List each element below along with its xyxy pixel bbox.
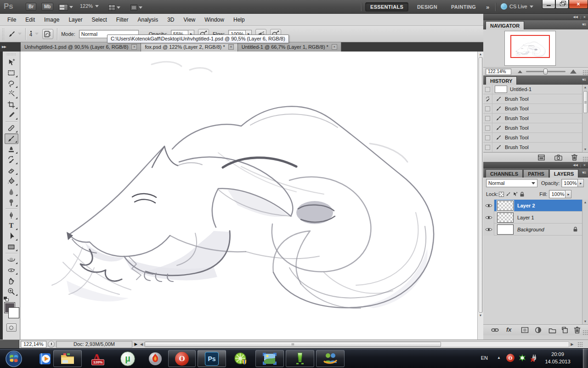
tool-lasso[interactable] bbox=[5, 78, 18, 89]
lock-paint-icon[interactable] bbox=[505, 191, 512, 197]
tool-clone-stamp[interactable] bbox=[5, 144, 18, 155]
menu-image[interactable]: Image bbox=[40, 15, 64, 25]
history-scrollbar[interactable]: ▲ ▼ bbox=[582, 85, 588, 152]
workspace-overflow-button[interactable]: » bbox=[481, 2, 494, 12]
restore-button[interactable] bbox=[555, 0, 569, 9]
document-tab-1[interactable]: Unhvhgtitled-1.psd @ 90,5% (Layer 6, RGB… bbox=[21, 42, 141, 52]
new-snapshot-icon[interactable] bbox=[554, 154, 562, 161]
zoom-in-icon[interactable] bbox=[570, 69, 577, 74]
zoom-out-icon[interactable] bbox=[518, 70, 522, 73]
scroll-down-icon[interactable]: ▼ bbox=[584, 147, 587, 152]
tool-3d-orbit[interactable] bbox=[5, 265, 18, 276]
close-tab-icon[interactable]: × bbox=[131, 44, 137, 50]
vertical-scroll-thumb[interactable] bbox=[479, 57, 483, 313]
taskbar-image-viewer[interactable] bbox=[255, 350, 284, 367]
layer-visibility-toggle[interactable] bbox=[483, 212, 494, 224]
tray-opera-icon[interactable]: O bbox=[506, 354, 514, 362]
tool-rectangular-marquee[interactable] bbox=[5, 68, 18, 78]
status-zoom-field[interactable]: 122,14% bbox=[21, 341, 46, 348]
layer-blend-mode-select[interactable]: Normal bbox=[486, 179, 537, 187]
tool-history-brush[interactable] bbox=[5, 155, 18, 165]
layer-opacity-control[interactable]: 100%▸ bbox=[561, 179, 584, 187]
add-layer-mask-icon[interactable] bbox=[521, 327, 529, 334]
lock-all-icon[interactable] bbox=[519, 191, 526, 197]
fill-spinner[interactable]: ▸ bbox=[565, 190, 571, 198]
document-canvas[interactable] bbox=[21, 52, 477, 339]
tool-hand[interactable] bbox=[5, 276, 18, 286]
taskbar-qip[interactable] bbox=[286, 350, 314, 367]
toolbar-collapse-button[interactable]: ▶▶ bbox=[0, 42, 9, 52]
menu-select[interactable]: Select bbox=[87, 15, 111, 25]
taskbar-limewire[interactable] bbox=[228, 350, 254, 367]
layer-row-layer1[interactable]: Layer 1 bbox=[483, 212, 588, 224]
navigator-zoom-slider[interactable] bbox=[526, 71, 565, 72]
menu-edit[interactable]: Edit bbox=[21, 15, 40, 25]
history-source-cell[interactable] bbox=[483, 85, 492, 94]
close-tab-icon[interactable]: × bbox=[332, 44, 337, 50]
tray-qip-icon[interactable] bbox=[518, 354, 526, 362]
tool-zoom[interactable] bbox=[5, 286, 18, 297]
tool-quick-selection[interactable] bbox=[5, 89, 18, 99]
menu-3d[interactable]: 3D bbox=[163, 15, 179, 25]
navigator-view-box[interactable] bbox=[510, 35, 550, 58]
taskbar-clock[interactable]: 20:09 14.05.2013 bbox=[541, 351, 574, 365]
toggle-brush-panel-button[interactable] bbox=[42, 29, 53, 39]
close-button[interactable]: × bbox=[569, 0, 588, 9]
tool-blur[interactable] bbox=[5, 186, 18, 197]
show-desktop-button[interactable] bbox=[583, 349, 588, 368]
history-source-cell[interactable] bbox=[483, 94, 492, 104]
adjustment-layer-icon[interactable] bbox=[535, 327, 542, 334]
minimize-button[interactable] bbox=[542, 0, 555, 9]
new-group-icon[interactable] bbox=[548, 327, 556, 334]
taskbar-acdsee[interactable]: A 120% bbox=[86, 350, 112, 367]
history-source-cell[interactable] bbox=[483, 104, 492, 114]
workspace-design[interactable]: DESIGN bbox=[413, 2, 442, 12]
slider-thumb[interactable] bbox=[543, 69, 548, 75]
tool-3d-rotate[interactable] bbox=[5, 254, 18, 265]
layer-visibility-toggle[interactable] bbox=[483, 200, 494, 212]
layer-name[interactable]: Layer 2 bbox=[517, 203, 535, 208]
tool-spot-healing-brush[interactable] bbox=[5, 123, 18, 133]
arrange-documents-button[interactable] bbox=[108, 4, 120, 12]
document-tab-3[interactable]: Untitled-1 @ 66,7% (Layer 1, RGB/8) *× bbox=[238, 42, 341, 52]
history-step-row[interactable]: Brush Tool bbox=[483, 143, 588, 152]
layer-opacity-value[interactable]: 100% bbox=[561, 179, 578, 187]
scroll-up-icon[interactable]: ▲ bbox=[584, 85, 587, 90]
history-step-row[interactable]: Brush Tool bbox=[483, 94, 588, 104]
collapse-panels-icon[interactable]: ◀◀ bbox=[573, 15, 578, 19]
menu-help[interactable]: Help bbox=[229, 15, 249, 25]
lock-move-icon[interactable] bbox=[512, 191, 519, 197]
scroll-down-icon[interactable]: ▼ bbox=[479, 313, 482, 318]
history-step-row[interactable]: Brush Tool bbox=[483, 114, 588, 123]
taskbar-photoshop[interactable]: Ps bbox=[198, 350, 226, 367]
delete-layer-icon[interactable] bbox=[573, 326, 581, 334]
tool-path-selection[interactable] bbox=[5, 231, 18, 242]
scroll-left-icon[interactable]: ◀ bbox=[139, 342, 144, 346]
taskbar-utorrent[interactable]: µ bbox=[115, 350, 141, 367]
layer-thumbnail[interactable] bbox=[497, 213, 514, 223]
layer-row-background[interactable]: Background bbox=[483, 224, 588, 236]
lock-transparency-icon[interactable] bbox=[498, 191, 505, 197]
opacity-spinner[interactable]: ▸ bbox=[578, 179, 584, 187]
tool-rectangle[interactable] bbox=[5, 242, 18, 252]
tool-type[interactable]: T bbox=[5, 220, 18, 231]
tab-layers[interactable]: LAYERS bbox=[549, 169, 579, 178]
layer-row-layer2[interactable]: Layer 2 bbox=[483, 200, 588, 212]
collapse-panels-icon[interactable]: ◀◀ bbox=[573, 163, 578, 167]
tool-preset-picker[interactable] bbox=[8, 30, 22, 38]
tab-paths[interactable]: PATHS bbox=[523, 169, 549, 178]
background-color-swatch[interactable] bbox=[8, 307, 19, 318]
layer-visibility-toggle[interactable] bbox=[483, 224, 494, 236]
taskbar-nero[interactable] bbox=[142, 350, 168, 367]
canvas-vertical-scrollbar[interactable]: ▲ ▼ bbox=[477, 52, 483, 339]
layer-style-fx-icon[interactable]: fx bbox=[506, 326, 512, 333]
tab-channels[interactable]: CHANNELS bbox=[486, 169, 523, 178]
tool-brush[interactable] bbox=[5, 133, 18, 144]
menu-layer[interactable]: Layer bbox=[64, 15, 87, 25]
start-button[interactable] bbox=[4, 350, 24, 367]
tool-eyedropper[interactable] bbox=[5, 110, 18, 121]
navigator-zoom-field[interactable]: 122.14% bbox=[486, 69, 511, 75]
scroll-down-icon[interactable]: ▼ bbox=[584, 319, 587, 324]
tray-network-icon[interactable] bbox=[530, 354, 538, 362]
layers-scrollbar[interactable]: ▲ ▼ bbox=[582, 200, 588, 324]
